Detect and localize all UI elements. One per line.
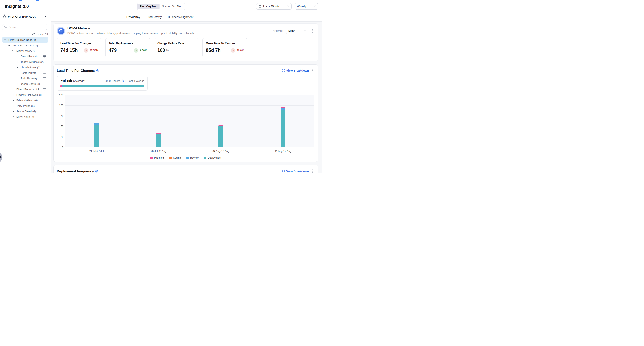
tab-productivity[interactable]: Productivity <box>146 13 162 21</box>
org-tree-sidebar: First Org Tree Root Expand All First Org… <box>0 13 51 173</box>
org-tree-toggle: First Org TreeSecond Org Tree <box>137 3 185 10</box>
tree-node[interactable]: Tony Pallas (5) <box>2 103 48 109</box>
lead-time-kebab-menu[interactable] <box>311 68 314 73</box>
tree-node[interactable]: First Org Tree Root (1) <box>2 37 48 43</box>
trend-percent: 3.68% <box>140 49 147 52</box>
dora-kebab-menu[interactable] <box>311 28 314 34</box>
info-icon[interactable] <box>122 79 124 82</box>
sidebar-title: First Org Tree Root <box>8 15 36 18</box>
y-tick-label: 0 <box>62 146 63 149</box>
tree-node[interactable]: Teddy Wylupski (2) <box>2 59 48 65</box>
granularity-select[interactable]: Weekly <box>295 3 318 10</box>
org-toggle-first-org-tree[interactable]: First Org Tree <box>137 4 160 9</box>
search-input[interactable] <box>8 26 45 29</box>
tab-business-alignment[interactable]: Business Alignment <box>168 13 194 21</box>
chevron-down-icon[interactable] <box>12 50 14 52</box>
x-tick-label: 11 Aug-17 Aug <box>275 150 291 153</box>
chevron-right-icon[interactable] <box>16 61 19 63</box>
bar-21-Jul-27-Jul[interactable] <box>94 123 99 147</box>
chevron-right-icon[interactable] <box>12 94 14 96</box>
y-tick-label: 25 <box>60 136 63 138</box>
info-icon[interactable] <box>95 170 98 172</box>
dora-header: DORA Metrics DORA metrics measure softwa… <box>57 27 314 35</box>
header-controls: Last 4 Weeks Weekly <box>256 3 318 10</box>
bar-segment-deployment <box>280 110 286 147</box>
bar-segment-deployment <box>218 126 223 147</box>
phase-segment-deployment <box>63 85 144 87</box>
date-range-select[interactable]: Last 4 Weeks <box>256 3 292 10</box>
stat-card-lead-time-for-changes: Lead Time For Changes74d 15h↗27.56% <box>57 38 102 57</box>
stat-value: 479 <box>109 48 116 53</box>
date-range-value: Last 4 Weeks <box>263 5 280 8</box>
view-breakdown-button[interactable]: View Breakdown <box>282 169 309 173</box>
legend-item-planning: Planning <box>150 156 164 159</box>
expand-all-button[interactable]: Expand All <box>32 33 48 36</box>
tree-node-label: Jason Stead (4) <box>16 110 36 113</box>
legend-item-coding: Coding <box>169 156 181 159</box>
tree-node[interactable]: Mary Lowery (6) <box>2 48 48 54</box>
chevron-right-icon[interactable] <box>16 83 19 85</box>
trend-up-arrow-icon: ↗ <box>84 48 88 53</box>
tickets-count: 5030 Tickets <box>104 79 120 82</box>
tree-node[interactable]: Direct Reports ... <box>2 54 48 59</box>
trend-up-arrow-icon: ↗ <box>231 48 235 53</box>
aggregation-value: Mean <box>288 29 296 32</box>
tree-node[interactable]: Lindsay Liszewski (8) <box>2 92 48 98</box>
legend-label: Planning <box>154 156 164 159</box>
tab-bar: EfficiencyProductivityBusiness Alignment <box>51 13 322 22</box>
stat-title: Mean Time To Restore <box>206 42 244 45</box>
chevron-right-icon[interactable] <box>12 104 14 107</box>
bar-11-Aug-17-Aug[interactable] <box>280 107 286 147</box>
y-tick-label: 75 <box>60 115 63 117</box>
org-toggle-second-org-tree[interactable]: Second Org Tree <box>160 4 185 9</box>
sliders-icon[interactable] <box>43 71 46 74</box>
sliders-icon[interactable] <box>43 88 46 91</box>
trend-badge: ↗40.8% <box>231 48 244 53</box>
chevron-down-icon[interactable] <box>8 44 10 47</box>
collapse-tree-chevron-icon[interactable] <box>45 15 48 18</box>
bar-segment-deployment <box>94 125 99 147</box>
legend-label: Deployment <box>208 156 221 159</box>
sliders-icon[interactable] <box>43 77 46 80</box>
tree-node-label: Lindsay Liszewski (8) <box>16 93 42 96</box>
trend-up-arrow-icon: ↗ <box>134 48 138 53</box>
expand-all-label: Expand All <box>36 33 48 36</box>
sidebar-header: First Org Tree Root <box>0 13 50 20</box>
legend-label: Review <box>190 156 198 159</box>
tree-node-label: Direct Reports of A... <box>16 88 42 91</box>
tree-node[interactable]: Brian Kirkland (6) <box>2 98 48 103</box>
info-icon[interactable] <box>96 69 99 72</box>
chevron-right-icon[interactable] <box>12 99 14 102</box>
tree-node[interactable]: Jason Coats (3) <box>2 81 48 87</box>
chevron-right-icon[interactable] <box>12 115 14 118</box>
chevron-down-icon[interactable] <box>4 39 6 42</box>
bar-04-Aug-10-Aug[interactable] <box>218 125 223 147</box>
phase-segment-planning <box>60 85 62 87</box>
tree-node[interactable]: Jason Stead (4) <box>2 109 48 114</box>
lead-time-chart: 0255075100125 21 Jul-27 Jul28 Jul-03 Aug… <box>57 95 314 147</box>
calendar-icon <box>258 5 262 8</box>
chevron-right-icon[interactable] <box>12 110 14 113</box>
view-breakdown-button[interactable]: View Breakdown <box>282 69 309 72</box>
sliders-icon[interactable] <box>43 55 46 58</box>
tab-efficiency[interactable]: Efficiency <box>126 13 140 21</box>
chevron-right-icon[interactable] <box>16 66 19 69</box>
tree-node[interactable]: Todd Bromley <box>2 76 48 81</box>
bar-28-Jul-03-Aug[interactable] <box>156 133 161 147</box>
deployment-kebab-menu[interactable] <box>311 168 314 173</box>
deployment-frequency-title: Deployment Frequency <box>57 169 94 173</box>
x-tick-label: 28 Jul-03 Aug <box>151 150 166 153</box>
tree-node[interactable]: Anna Scozzafava (7) <box>2 43 48 48</box>
tree-node[interactable]: Scott Tarkett <box>2 70 48 76</box>
chart-legend: PlanningCodingReviewDeployment <box>57 156 314 159</box>
y-tick-label: 50 <box>60 125 63 128</box>
tree-node[interactable]: Liz Whittome (1) <box>2 65 48 70</box>
org-chart-icon <box>3 15 6 19</box>
lead-time-summary-card: 74d 15h (Average) 5030 Tickets | Last 4 … <box>57 76 148 91</box>
tree-node[interactable]: Maya Yette (3) <box>2 114 48 119</box>
legend-item-review: Review <box>186 156 198 159</box>
legend-label: Coding <box>173 156 181 159</box>
trend-percent: 40.8% <box>236 49 244 52</box>
aggregation-select[interactable]: Mean <box>286 28 308 34</box>
tree-node[interactable]: Direct Reports of A... <box>2 87 48 92</box>
